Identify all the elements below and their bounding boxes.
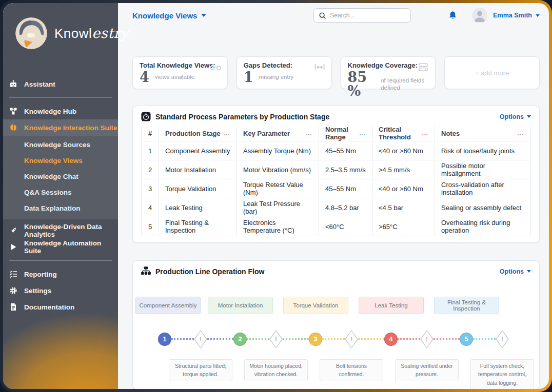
table-row: 2Motor InstallationMotor Vibration (mm/s… (142, 160, 531, 179)
robot-icon (9, 80, 17, 88)
col-header-index[interactable]: # (142, 126, 159, 141)
connector-dotted (433, 338, 460, 340)
stage-chip: Final Testing & Inspection (434, 297, 499, 314)
content: Total Knowledge Views: 4 views available… (118, 28, 549, 389)
sidebar-item-knowledge-automation-suite[interactable]: Knowledge Automation Suite (3, 239, 118, 255)
divider (9, 97, 112, 98)
step-description: Motor housing placed, vibration checked. (244, 359, 308, 381)
sidebar-item-documentation[interactable]: Documentation (3, 299, 118, 315)
chevron-down-icon (527, 115, 531, 118)
chevron-down-icon (201, 14, 206, 17)
sidebar-item-label: Knowledge Interaction Suite (24, 124, 117, 132)
search-input[interactable] (330, 12, 406, 19)
sidebar-item-label: Documentation (24, 303, 74, 311)
sidebar-item-label: Knowledge-Driven Data Analytics (24, 223, 118, 238)
document-icon (9, 303, 17, 311)
alert-diamond-icon: ! (345, 330, 358, 348)
connector-dotted (207, 338, 233, 340)
sidebar-item-assistant[interactable]: Assistant (3, 76, 118, 92)
step-description: Bolt tensions confirmed. (320, 359, 383, 381)
step-description: Structural parts fitted; torque applied. (169, 359, 232, 381)
connector-dotted (322, 338, 345, 340)
table-row: 1Component AssemblyAssembly Torque (Nm)4… (142, 141, 531, 160)
server-stack-icon (417, 61, 429, 73)
col-header-production-stage[interactable]: Production Stage… (159, 126, 237, 141)
sidebar-item-knowledge-views[interactable]: Knowledge Views (3, 153, 118, 169)
play-icon (9, 243, 17, 251)
window-frame: Knowlestry Assistant Knowledge Hub (0, 0, 552, 392)
column-menu-icon: … (422, 130, 428, 137)
sidebar-item-knowledge-chat[interactable]: Knowledge Chat (3, 169, 118, 184)
sidebar-item-label: Settings (24, 287, 51, 295)
flow-step-node: 3 (309, 333, 322, 346)
sidebar-item-qa-sessions[interactable]: Q&A Sessions (3, 184, 118, 200)
col-header-notes[interactable]: Notes… (435, 126, 531, 141)
stage-chip: Leak Testing (359, 297, 424, 314)
sitemap-icon (141, 266, 151, 276)
connector-dotted (473, 338, 496, 340)
add-more-card[interactable]: + add more (444, 56, 540, 89)
table-row: 3Torque ValidationTorque Retest Value (N… (142, 179, 531, 198)
sidebar-item-label: Knowledge Hub (24, 108, 76, 115)
sidebar-item-label: Assistant (24, 80, 55, 88)
notification-bell-icon[interactable] (448, 10, 458, 20)
stage-chip: Torque Validation (283, 297, 348, 314)
table-row: 5Final Testing & InspectionElectronics T… (142, 217, 531, 236)
flow-canvas: Component Assembly Motor Installation To… (141, 281, 531, 383)
search-icon (319, 12, 326, 19)
brand-name: Knowlestry (54, 25, 129, 42)
flow-step-node: 2 (233, 333, 247, 346)
sidebar: Knowlestry Assistant Knowledge Hub (3, 3, 118, 389)
table-header-row: # Production Stage… Key Parameter… Norma… (142, 126, 531, 141)
sidebar-item-knowledge-interaction-suite[interactable]: Knowledge Interaction Suite (3, 119, 118, 136)
stat-card-gaps-detected: Gaps Detected: 1 missing entry (236, 56, 332, 89)
sidebar-item-knowledge-sources[interactable]: Knowledge Sources (3, 137, 118, 153)
table-options-button[interactable]: Options (500, 113, 531, 120)
connector-dotted (358, 338, 384, 340)
stat-caption: of required fields defined (381, 77, 428, 92)
column-menu-icon: … (359, 130, 366, 137)
network-hub-icon (9, 107, 17, 115)
column-menu-icon: … (224, 130, 230, 137)
rocket-icon (9, 226, 17, 235)
gauge-icon (141, 112, 151, 121)
col-header-key-parameter[interactable]: Key Parameter… (237, 126, 319, 141)
connector-dotted (171, 338, 194, 340)
step-description: Sealing verified under pressure. (395, 359, 459, 381)
col-header-critical-threshold[interactable]: Critical Threshold… (372, 126, 435, 141)
stat-card-total-views: Total Knowledge Views: 4 views available (132, 56, 228, 89)
add-more-label: + add more (475, 69, 509, 77)
flow-options-button[interactable]: Options (500, 268, 531, 275)
alert-diamond-icon: ! (194, 330, 207, 348)
gap-width-icon (313, 61, 326, 73)
search-box (313, 8, 411, 23)
flow-step-node: 1 (158, 333, 171, 346)
sidebar-item-settings[interactable]: Settings (3, 282, 118, 299)
sidebar-item-knowledge-driven-data-analytics[interactable]: Knowledge-Driven Data Analytics (3, 222, 118, 239)
topbar: Knowledge Views (118, 3, 549, 28)
sidebar-submenu: Knowledge Sources Knowledge Views Knowle… (3, 136, 118, 219)
sidebar-item-label: Knowledge Automation Suite (24, 239, 118, 255)
user-menu[interactable]: Emma Smith (493, 12, 540, 19)
stat-card-knowledge-coverage: Knowledge Coverage: 85 % of required fie… (341, 56, 436, 89)
sidebar-item-knowledge-hub[interactable]: Knowledge Hub (3, 103, 118, 119)
brand: Knowlestry (15, 17, 118, 49)
sidebar-item-data-explanation[interactable]: Data Explanation (3, 200, 118, 216)
connector-dotted (283, 338, 309, 340)
connector-dotted (398, 338, 420, 340)
connector-dotted (247, 338, 269, 340)
chevron-down-icon (527, 270, 531, 273)
alert-diamond-icon: ! (269, 330, 283, 348)
operation-flow-section: Production Line Operation Flow Options C… (132, 260, 540, 389)
divider (9, 260, 112, 261)
user-avatar[interactable] (472, 8, 487, 23)
sidebar-item-label: Reporting (24, 271, 57, 278)
flow-step-node: 5 (460, 333, 473, 346)
page-title-dropdown[interactable]: Knowledge Views (132, 11, 206, 20)
stat-value: 85 % (348, 70, 376, 98)
step-description: Full system check, temperature control, … (470, 359, 534, 389)
sidebar-item-reporting[interactable]: Reporting (3, 266, 118, 282)
alert-diamond-icon: ! (496, 330, 509, 348)
section-title: Production Line Operation Flow (155, 267, 264, 276)
col-header-normal-range[interactable]: Normal Range… (319, 126, 372, 141)
